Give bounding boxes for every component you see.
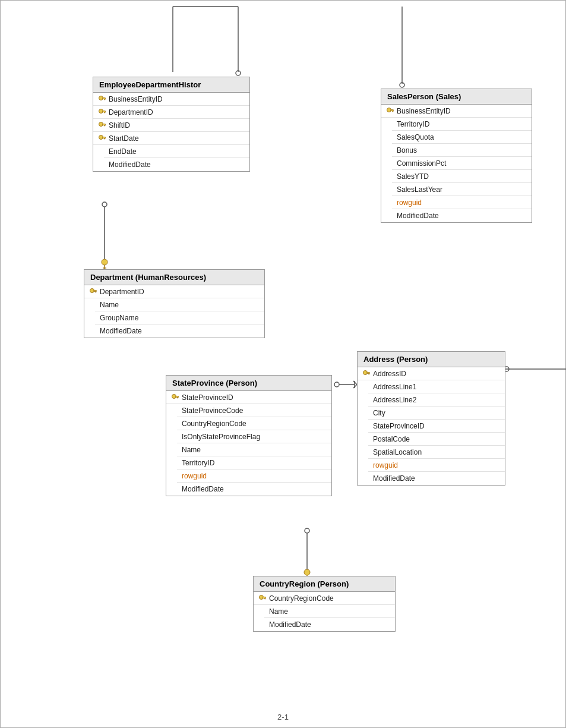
field-name: Name xyxy=(269,607,288,616)
table-row: IsOnlyStateProvinceFlag xyxy=(177,430,331,443)
field-name: GroupName xyxy=(100,314,138,322)
field-name: BusinessEntityID xyxy=(397,107,451,115)
table-row: ModifiedDate xyxy=(392,209,532,222)
table-row: DepartmentID xyxy=(93,106,249,119)
table-row: ModifiedDate xyxy=(177,483,331,496)
key-icon xyxy=(98,108,106,116)
table-address: Address (Person) AddressID AddressLine1 … xyxy=(357,351,505,486)
field-name: ModifiedDate xyxy=(269,620,311,629)
table-employee-dept-history: EmployeeDepartmentHistor BusinessEntityI… xyxy=(93,77,250,172)
field-name: ModifiedDate xyxy=(397,212,439,220)
key-icon xyxy=(89,288,97,296)
table-row: SpatialLocation xyxy=(368,446,505,459)
field-name: SpatialLocation xyxy=(373,448,422,456)
table-row: Name xyxy=(264,605,395,618)
svg-rect-50 xyxy=(265,598,266,599)
table-row: ModifiedDate xyxy=(264,618,395,631)
table-row: rowguid xyxy=(177,469,331,483)
table-department: Department (HumanResources) DepartmentID… xyxy=(84,269,265,338)
key-icon xyxy=(171,393,179,402)
field-name: SalesYTD xyxy=(397,172,429,181)
field-name: DepartmentID xyxy=(109,108,153,116)
table-row: SalesQuota xyxy=(392,131,532,144)
svg-rect-44 xyxy=(369,373,370,374)
field-name: AddressLine1 xyxy=(373,383,416,391)
svg-rect-32 xyxy=(105,125,106,126)
field-name: rowguid xyxy=(373,461,398,469)
field-name: TerritoryID xyxy=(182,459,214,467)
field-name: DepartmentID xyxy=(100,288,144,296)
table-row: Name xyxy=(177,443,331,456)
svg-rect-35 xyxy=(105,138,106,139)
field-name: ShiftID xyxy=(109,121,130,130)
table-row: SalesYTD xyxy=(392,170,532,183)
svg-point-8 xyxy=(102,259,107,265)
diagram-canvas: EmployeeDepartmentHistor BusinessEntityI… xyxy=(0,0,566,728)
key-icon xyxy=(98,134,106,143)
table-header-department: Department (HumanResources) xyxy=(84,270,264,285)
table-row: CommissionPct xyxy=(392,157,532,170)
svg-point-11 xyxy=(305,528,309,533)
field-name: ModifiedDate xyxy=(100,327,142,335)
table-row: PostalCode xyxy=(368,433,505,446)
table-row: rowguid xyxy=(392,196,532,209)
field-name: Name xyxy=(182,446,201,454)
field-name: SalesQuota xyxy=(397,133,434,141)
table-row: City xyxy=(368,406,505,420)
table-row: DepartmentID xyxy=(84,285,264,298)
field-name: ModifiedDate xyxy=(182,485,224,493)
table-row: CountryRegionCode xyxy=(254,592,395,605)
field-name: EndDate xyxy=(109,147,137,156)
field-name: CommissionPct xyxy=(397,159,446,168)
table-row: ModifiedDate xyxy=(368,472,505,485)
field-name: Bonus xyxy=(397,146,417,155)
svg-rect-38 xyxy=(393,111,394,112)
svg-point-13 xyxy=(304,569,310,575)
field-name: AddressLine2 xyxy=(373,396,416,404)
table-row: StateProvinceID xyxy=(368,420,505,433)
field-name: TerritoryID xyxy=(397,120,429,128)
field-name: SalesLastYear xyxy=(397,185,442,194)
field-name: AddressID xyxy=(373,370,406,378)
field-name: ModifiedDate xyxy=(109,160,151,169)
svg-rect-47 xyxy=(178,397,179,398)
svg-rect-29 xyxy=(105,112,106,113)
field-name: IsOnlyStateProvinceFlag xyxy=(182,433,260,441)
table-row: TerritoryID xyxy=(392,118,532,131)
table-state-province: StateProvince (Person) StateProvinceID S… xyxy=(166,375,332,496)
table-row: StartDate xyxy=(93,132,249,145)
table-row: Name xyxy=(95,298,264,311)
field-name: ModifiedDate xyxy=(373,474,415,483)
field-name: CountryRegionCode xyxy=(182,420,246,428)
table-row: ShiftID xyxy=(93,119,249,132)
table-row: AddressLine1 xyxy=(368,380,505,393)
table-row: rowguid xyxy=(368,459,505,472)
key-icon xyxy=(98,95,106,103)
key-icon xyxy=(362,370,371,378)
table-header-employee-dept-history: EmployeeDepartmentHistor xyxy=(93,77,249,93)
table-row: Bonus xyxy=(392,144,532,157)
table-row: GroupName xyxy=(95,311,264,324)
table-row: TerritoryID xyxy=(177,456,331,469)
table-row: AddressID xyxy=(358,367,505,380)
key-icon xyxy=(386,107,394,115)
table-header-country-region: CountryRegion (Person) xyxy=(254,576,395,592)
field-name: StartDate xyxy=(109,134,139,143)
table-header-address: Address (Person) xyxy=(358,352,505,367)
table-sales-person: SalesPerson (Sales) BusinessEntityID Ter… xyxy=(381,89,532,223)
field-name: CountryRegionCode xyxy=(269,594,334,603)
table-country-region: CountryRegion (Person) CountryRegionCode… xyxy=(253,576,396,632)
table-row: StateProvinceID xyxy=(166,391,331,404)
table-row: SalesLastYear xyxy=(392,183,532,196)
table-row: StateProvinceCode xyxy=(177,404,331,417)
field-name: StateProvinceID xyxy=(182,393,233,402)
svg-point-16 xyxy=(334,382,339,387)
key-icon xyxy=(98,121,106,130)
table-row: ModifiedDate xyxy=(95,324,264,338)
table-header-state-province: StateProvince (Person) xyxy=(166,376,331,391)
field-name: City xyxy=(373,409,385,417)
table-row: EndDate xyxy=(104,145,249,158)
field-name: rowguid xyxy=(182,472,207,480)
field-name: StateProvinceID xyxy=(373,422,425,430)
key-icon xyxy=(258,594,267,603)
